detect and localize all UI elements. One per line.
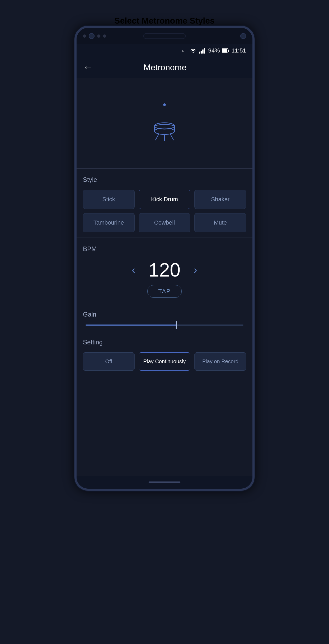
phone-dot-1 <box>83 34 86 38</box>
style-grid: Stick Kick Drum Shaker Tambourine Cowbel… <box>83 190 246 232</box>
phone-content: Style Stick Kick Drum Shaker Tambourine … <box>77 78 252 476</box>
svg-line-13 <box>155 134 159 140</box>
bpm-value: 120 <box>149 259 180 281</box>
style-section: Style Stick Kick Drum Shaker Tambourine … <box>77 168 252 238</box>
style-btn-kickdrum[interactable]: Kick Drum <box>139 190 190 209</box>
drum-icon <box>149 111 180 143</box>
battery-level: 94% <box>208 47 220 54</box>
gain-slider-track[interactable] <box>86 325 243 326</box>
setting-btn-off[interactable]: Off <box>83 352 135 371</box>
setting-btn-play-continuously[interactable]: Play Continuously <box>139 352 190 371</box>
gain-label: Gain <box>83 311 246 318</box>
gain-slider-container <box>83 325 246 326</box>
status-bar: N 94% 11:51 <box>77 44 252 57</box>
svg-rect-3 <box>201 51 202 54</box>
svg-rect-5 <box>204 48 205 54</box>
status-icons: N 94% 11:51 <box>182 47 246 54</box>
app-bar: ← Metronome <box>77 57 252 78</box>
svg-line-14 <box>170 134 174 140</box>
wifi-icon <box>190 48 197 54</box>
phone-speaker <box>143 33 186 39</box>
phone-camera-front <box>240 33 246 39</box>
svg-text:N: N <box>182 49 185 53</box>
svg-rect-4 <box>202 49 204 54</box>
bpm-label: BPM <box>83 245 246 253</box>
phone-dot-2 <box>97 34 100 38</box>
svg-rect-2 <box>199 52 200 54</box>
bpm-section: BPM ‹ 120 › TAP <box>77 238 252 303</box>
svg-rect-8 <box>228 50 229 52</box>
phone-top-bar <box>77 28 252 44</box>
style-btn-tambourine[interactable]: Tambourine <box>83 213 135 232</box>
svg-point-1 <box>193 52 194 53</box>
bpm-controls: ‹ 120 › <box>83 259 246 281</box>
back-button[interactable]: ← <box>83 60 97 75</box>
setting-label: Setting <box>83 339 246 346</box>
battery-icon <box>222 48 229 54</box>
gain-slider-thumb[interactable] <box>176 321 177 329</box>
setting-grid: Off Play Continuously Play on Record <box>83 352 246 371</box>
style-btn-mute[interactable]: Mute <box>194 213 246 232</box>
phone-dot-3 <box>103 34 106 38</box>
pendulum-dot <box>163 103 166 106</box>
metronome-area <box>77 78 252 168</box>
gain-slider-fill <box>86 325 177 326</box>
phone-bottom-bar <box>77 476 252 489</box>
phone-camera-rear <box>89 33 95 39</box>
phone-camera-area <box>83 33 106 39</box>
bpm-increase-button[interactable]: › <box>191 261 200 279</box>
style-btn-cowbell[interactable]: Cowbell <box>139 213 190 232</box>
style-btn-stick[interactable]: Stick <box>83 190 135 209</box>
page-title: Select Metronome Styles <box>114 16 215 26</box>
phone-frame: N 94% 11:51 ← <box>74 26 255 491</box>
nfc-icon: N <box>182 48 188 54</box>
signal-icon <box>199 48 206 54</box>
bpm-decrease-button[interactable]: ‹ <box>129 261 138 279</box>
setting-section: Setting Off Play Continuously Play on Re… <box>77 331 252 377</box>
style-btn-shaker[interactable]: Shaker <box>194 190 246 209</box>
home-indicator <box>149 481 180 483</box>
style-label: Style <box>83 176 246 183</box>
svg-rect-7 <box>222 49 227 52</box>
gain-section: Gain <box>77 303 252 331</box>
setting-btn-play-on-record[interactable]: Play on Record <box>194 352 246 371</box>
app-title: Metronome <box>97 63 233 72</box>
tap-button[interactable]: TAP <box>147 285 181 298</box>
clock: 11:51 <box>232 47 246 54</box>
